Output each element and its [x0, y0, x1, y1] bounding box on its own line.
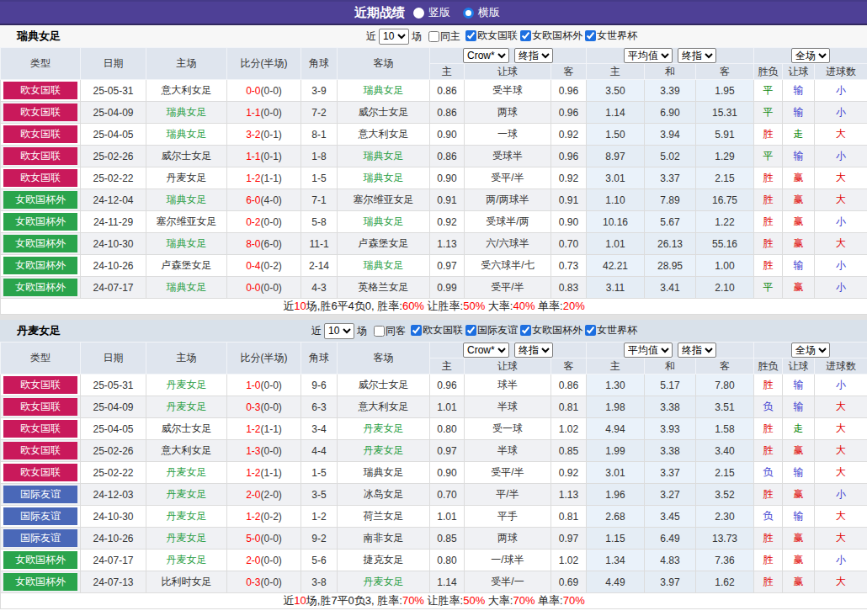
section-header: 丹麦女足近10场同客欧女国联国际友谊女欧国杯外女世界杯	[0, 320, 867, 342]
league-filter[interactable]: 女世界杯	[585, 29, 637, 43]
scope-header: 全场	[754, 48, 867, 64]
odds-home: 0.97	[430, 255, 465, 277]
odds-home: 0.96	[430, 374, 465, 396]
col-header-goals: 进球数	[815, 64, 867, 80]
match-date: 25-05-31	[81, 80, 146, 102]
avg-home: 4.94	[587, 418, 645, 440]
league-checkbox[interactable]	[465, 325, 476, 336]
league-checkbox[interactable]	[520, 325, 531, 336]
match-type-badge: 欧女国联	[3, 442, 77, 459]
avg-draw: 3.38	[645, 440, 696, 462]
handicap-status: 输	[783, 462, 815, 484]
odds-away: 1.02	[551, 418, 587, 440]
score-cell: 1-2(1-1)	[227, 462, 301, 484]
avg-source-select[interactable]: 平均值	[624, 48, 673, 63]
scope-select[interactable]: 全场	[791, 343, 830, 358]
league-checkbox[interactable]	[411, 325, 422, 336]
home-team: 丹麦女足	[146, 167, 227, 189]
same-venue-filter[interactable]: 同主	[428, 29, 460, 44]
corner-score: 5-6	[301, 550, 338, 571]
match-type-cell: 欧女国联	[1, 146, 81, 167]
handicap-status: 赢	[783, 550, 815, 571]
same-venue-checkbox[interactable]	[428, 31, 439, 42]
league-filter[interactable]: 欧女国联	[465, 29, 518, 43]
match-type-cell: 国际友谊	[1, 528, 81, 550]
odds-source-select[interactable]: Crow*	[463, 48, 509, 63]
league-filter[interactable]: 欧女国联	[411, 323, 463, 337]
goals-status: 小	[815, 484, 867, 506]
avg-away: 2.15	[696, 167, 754, 189]
col-header-odds_line: 让球	[465, 64, 551, 80]
odds-kind-select[interactable]: 终指	[514, 48, 553, 63]
avg-draw: 3.37	[645, 462, 696, 484]
result-status: 胜	[754, 167, 783, 189]
avg-draw: 3.27	[645, 484, 696, 506]
league-checkbox[interactable]	[585, 325, 596, 336]
league-checkbox[interactable]	[520, 30, 531, 41]
goals-status: 大	[815, 233, 867, 255]
avg-kind-select[interactable]: 终指	[678, 343, 716, 358]
goals-status: 小	[815, 80, 867, 102]
avg-draw: 28.95	[645, 255, 696, 277]
avg-kind-select[interactable]: 终指	[678, 48, 716, 63]
match-count-select[interactable]: 10	[324, 323, 354, 339]
corner-score: 3-8	[301, 571, 338, 593]
vertical-radio[interactable]	[413, 8, 424, 19]
league-checkbox[interactable]	[585, 30, 596, 41]
avg-source-select[interactable]: 平均值	[624, 343, 673, 358]
col-header-avg_home: 主	[587, 358, 645, 374]
full-time-score: 1-2	[246, 467, 260, 479]
odds-source-select[interactable]: Crow*	[463, 343, 509, 358]
match-date: 25-04-05	[81, 124, 146, 146]
match-row: 国际友谊24-12-03丹麦女足2-0(2-0)3-5冰岛女足0.70平/半1.…	[1, 484, 867, 506]
match-type-cell: 欧女国联	[1, 167, 81, 189]
summary-segment: 70%	[513, 594, 535, 607]
match-row: 欧女国联25-04-05瑞典女足3-2(0-1)8-1意大利女足0.90一球0.…	[1, 124, 867, 146]
match-count-select[interactable]: 10	[379, 29, 409, 45]
half-time-score: (0-1)	[261, 151, 282, 162]
result-status: 负	[754, 506, 783, 528]
summary-segment: 近	[283, 300, 294, 312]
corner-score: 6-3	[301, 396, 338, 418]
avg-home: 4.49	[587, 571, 645, 593]
full-time-score: 0-3	[246, 576, 260, 588]
league-filter[interactable]: 女欧国杯外	[520, 29, 582, 43]
avg-home: 2.68	[587, 506, 645, 528]
odds-line: 受半/一	[465, 571, 551, 593]
summary-segment: 50%	[463, 594, 485, 607]
summary-text: 近10场,胜6平4负0, 胜率:60% 让胜率:50% 大率:40% 单率:20…	[1, 299, 867, 315]
team-name: 丹麦女足	[0, 323, 61, 338]
horizontal-radio-label[interactable]: 横版	[478, 5, 500, 20]
vertical-radio-label[interactable]: 竖版	[428, 5, 450, 20]
same-venue-filter[interactable]: 同客	[374, 324, 406, 338]
home-team: 丹麦女足	[146, 374, 227, 396]
goals-status: 小	[815, 550, 867, 571]
match-type-badge: 国际友谊	[3, 529, 77, 547]
odds-kind-select[interactable]: 终指	[514, 343, 553, 358]
summary-segment: 20%	[563, 300, 585, 312]
away-team: 丹麦女足	[338, 418, 430, 440]
odds-line: 受平/半	[465, 277, 551, 299]
league-filter[interactable]: 国际友谊	[465, 323, 518, 337]
league-filter[interactable]: 女世界杯	[585, 323, 637, 337]
home-team: 丹麦女足	[146, 462, 227, 484]
scope-select[interactable]: 全场	[791, 48, 830, 63]
league-checkbox[interactable]	[465, 30, 476, 41]
avg-away: 13.73	[696, 528, 754, 550]
match-type-badge: 女欧国杯外	[3, 279, 77, 296]
match-date: 25-02-26	[81, 146, 146, 167]
handicap-status: 输	[783, 80, 815, 102]
match-type-cell: 欧女国联	[1, 374, 81, 396]
match-date: 25-04-09	[81, 102, 146, 124]
league-filter[interactable]: 女欧国杯外	[520, 323, 582, 337]
score-cell: 0-3(0-0)	[227, 571, 301, 593]
away-team: 意大利女足	[338, 124, 430, 146]
result-status: 负	[754, 462, 783, 484]
same-venue-checkbox[interactable]	[374, 326, 385, 337]
col-header-score: 比分(半场)	[227, 48, 301, 80]
odds-away: 0.91	[551, 189, 587, 211]
horizontal-radio[interactable]	[463, 8, 474, 19]
home-team: 丹麦女足	[146, 484, 227, 506]
handicap-status: 赢	[783, 484, 815, 506]
full-time-score: 2-0	[246, 489, 260, 501]
